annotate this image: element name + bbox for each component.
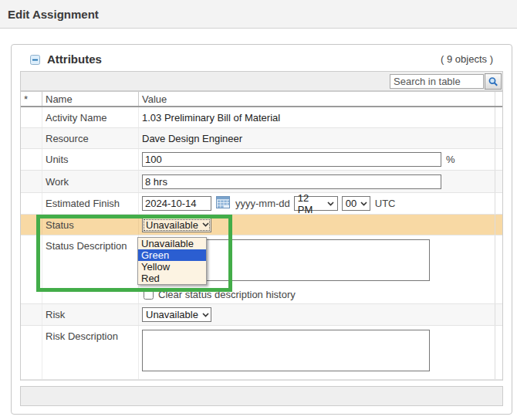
table-row-work: Work [21,171,502,193]
chevron-down-icon [202,222,209,227]
field-label: Activity Name [46,112,106,124]
attributes-panel-header: Attributes ( 9 objects ) [12,45,512,71]
date-format-hint: yyyy-mm-dd [235,198,290,209]
risk-description-textarea[interactable] [142,330,430,371]
table-toolbar [20,71,503,91]
field-label: Status [46,219,74,231]
minute-select[interactable]: 00 [342,196,370,211]
status-option-unavailable[interactable]: Unavailable [138,238,206,249]
attributes-panel: Attributes ( 9 objects ) * Name Value [11,44,512,415]
page-title: Edit Assignment [8,8,99,21]
edit-assignment-window: Edit Assignment Attributes ( 9 objects ) [0,0,517,420]
table-row-status: Status Unavailable [21,215,502,235]
header-name-col[interactable]: Name [42,92,139,106]
table-row-status-description: Status Description Clear status descript… [21,235,502,304]
resource-value: Dave Design Engineer [139,133,495,144]
section-title: Attributes [47,52,102,66]
status-select[interactable]: Unavailable [142,218,211,232]
chevron-down-icon [327,202,334,206]
field-label: Risk [46,309,65,320]
table-row-risk: Risk Unavailable [21,304,502,326]
timezone-label: UTC [375,198,396,209]
table-row-estimated-finish: Estimated Finish [21,193,502,215]
field-label: Estimated Finish [46,198,120,209]
field-label: Units [46,154,69,165]
attributes-table: * Name Value Activity Name 1.03 Prelimin… [20,91,503,381]
calendar-icon[interactable] [216,196,230,211]
table-row-risk-description: Risk Description [21,326,502,380]
table-row-resource: Resource Dave Design Engineer [21,128,502,149]
clear-status-history-checkbox[interactable] [144,290,154,300]
work-input[interactable] [142,174,441,189]
field-label: Work [46,176,69,188]
status-option-green[interactable]: Green [138,249,206,261]
field-label: Status Description [46,235,127,252]
table-row-units: Units % [21,149,502,171]
panel-footer-bar [20,386,503,406]
collapse-section-icon[interactable] [30,54,40,64]
units-suffix: % [446,154,455,165]
search-icon [488,76,498,87]
table-row-activity-name: Activity Name 1.03 Preliminary Bill of M… [21,107,502,128]
chevron-down-icon [202,313,209,317]
clear-status-history-label: Clear status description history [158,289,296,300]
activity-name-value: 1.03 Preliminary Bill of Material [139,112,495,124]
window-titlebar: Edit Assignment [0,0,517,29]
header-value-col[interactable]: Value [139,93,495,105]
field-label: Risk Description [46,326,118,342]
field-label: Resource [46,133,89,144]
header-required-col: * [21,92,42,106]
status-option-yellow[interactable]: Yellow [138,261,206,273]
risk-select[interactable]: Unavailable [142,307,211,322]
objects-count: ( 9 objects ) [441,53,501,65]
header-end-col [495,92,502,106]
estimated-finish-date-input[interactable] [142,196,211,211]
units-input[interactable] [142,152,441,167]
table-header-row: * Name Value [21,91,502,107]
table-bottom-spacer [12,381,512,386]
hour-select[interactable]: 12 PM [294,196,338,211]
chevron-down-icon [360,202,367,206]
search-button[interactable] [485,73,502,90]
status-dropdown-list: UnavailableGreenYellowRed [137,237,207,285]
status-option-red[interactable]: Red [138,273,206,284]
search-input[interactable] [390,74,484,89]
